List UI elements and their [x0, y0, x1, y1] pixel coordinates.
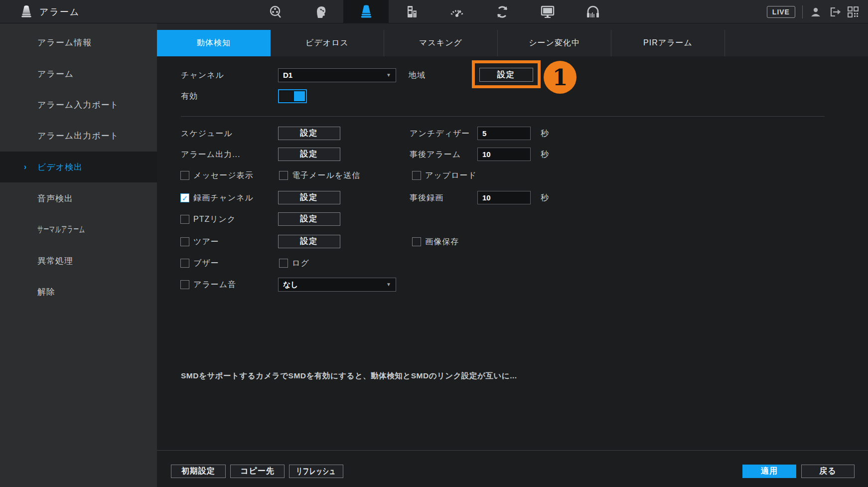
- post-record-unit: 秒: [541, 191, 549, 205]
- ptz-link-label: PTZリンク: [193, 212, 236, 226]
- tour-label: ツアー: [193, 235, 219, 249]
- log-checkbox[interactable]: [279, 259, 288, 268]
- alarm-tone-checkbox[interactable]: [180, 280, 189, 289]
- tab-bar: 動体検知 ビデオロス マスキング シーン変化中 PIRアラーム: [157, 23, 868, 56]
- alarm-tone-label: アラーム音: [193, 278, 236, 292]
- show-message-label: メッセージ表示: [193, 168, 254, 182]
- post-record-label: 事後録画: [410, 191, 443, 205]
- sidebar-item-alarm-in-port[interactable]: アラーム入力ポート: [0, 89, 157, 120]
- nav-maintenance-icon[interactable]: [434, 0, 479, 23]
- toggle-off-half: [280, 91, 293, 101]
- sidebar-item-alarm-out-port[interactable]: アラーム出力ポート: [0, 120, 157, 151]
- section-divider: [181, 116, 825, 117]
- tour-set-button[interactable]: 設定: [278, 235, 340, 248]
- nav-alarm-icon[interactable]: [343, 0, 389, 23]
- save-picture-checkbox[interactable]: [412, 237, 421, 246]
- chevron-right-icon: ›: [24, 162, 26, 171]
- region-set-button[interactable]: 設定: [479, 68, 533, 82]
- anti-dither-input[interactable]: 5: [477, 127, 531, 140]
- sidebar-item-thermal-alarm[interactable]: サーマルアラーム: [0, 214, 157, 245]
- sidebar-item-exception[interactable]: 異常処理: [0, 245, 157, 276]
- sidebar-item-disarm[interactable]: 解除: [0, 276, 157, 307]
- logout-icon[interactable]: ▾: [829, 6, 840, 18]
- tour-checkbox[interactable]: [180, 237, 189, 246]
- nav-display-icon[interactable]: [525, 0, 570, 23]
- schedule-set-button[interactable]: 設定: [278, 127, 340, 140]
- anti-dither-unit: 秒: [541, 127, 549, 141]
- toggle-on-half: [294, 91, 305, 101]
- buzzer-label: ブザー: [193, 256, 219, 270]
- sidebar-item-video-detection[interactable]: › ビデオ検出: [0, 152, 157, 182]
- anti-dither-label: アンチディザー: [410, 127, 470, 141]
- post-alarm-unit: 秒: [541, 148, 549, 162]
- sidebar-item-audio-detection[interactable]: 音声検出: [0, 183, 157, 214]
- logout-caret-icon: ▾: [838, 9, 840, 14]
- alarm-siren-icon: [20, 5, 33, 19]
- enable-label: 有効: [181, 89, 198, 103]
- sidebar-item-alarm-info[interactable]: アラーム情報: [0, 27, 157, 58]
- tab-scene-change[interactable]: シーン変化中: [498, 30, 611, 56]
- alarm-tone-select[interactable]: なし ▼: [278, 278, 396, 292]
- record-channel-set-button[interactable]: 設定: [278, 191, 340, 204]
- alarm-out-label: アラーム出力...: [181, 148, 240, 162]
- send-email-label: 電子メールを送信: [292, 168, 360, 182]
- copy-to-button[interactable]: コピー先: [230, 465, 285, 478]
- channel-select[interactable]: D1 ▼: [278, 68, 396, 82]
- annotation-number-1: 1: [544, 61, 577, 94]
- topbar-divider: [802, 5, 803, 18]
- send-email-checkbox[interactable]: [279, 171, 288, 180]
- record-channel-checkbox[interactable]: ✓: [180, 193, 189, 202]
- main-panel: 動体検知 ビデオロス マスキング シーン変化中 PIRアラーム チャンネル D1…: [157, 23, 868, 487]
- upload-checkbox[interactable]: [412, 171, 421, 180]
- top-bar: アラーム: [0, 0, 868, 23]
- footer-divider: [157, 450, 868, 451]
- ptz-link-set-button[interactable]: 設定: [278, 212, 340, 226]
- default-button[interactable]: 初期設定: [171, 465, 226, 478]
- upload-label: アップロード: [425, 168, 477, 182]
- ptz-link-checkbox[interactable]: [180, 215, 189, 224]
- log-label: ログ: [292, 256, 309, 270]
- sidebar-item-alarm[interactable]: アラーム: [0, 58, 157, 89]
- nav-backup-icon[interactable]: [479, 0, 525, 23]
- refresh-button[interactable]: リフレッシュ: [289, 465, 343, 478]
- tab-pir-alarm[interactable]: PIRアラーム: [611, 30, 725, 56]
- alarm-out-set-button[interactable]: 設定: [278, 148, 340, 161]
- post-alarm-label: 事後アラーム: [410, 148, 461, 162]
- sidebar: アラーム情報 アラーム アラーム入力ポート アラーム出力ポート › ビデオ検出 …: [0, 23, 157, 487]
- smd-note: SMDをサポートするカメラでSMDを有効にすると、動体検知とSMDのリンク設定が…: [181, 371, 517, 381]
- nav-audio-icon[interactable]: [570, 0, 615, 23]
- tab-motion-detection[interactable]: 動体検知: [157, 30, 271, 56]
- tab-video-loss[interactable]: ビデオロス: [271, 30, 384, 56]
- user-icon[interactable]: [810, 6, 822, 18]
- buzzer-checkbox[interactable]: [180, 259, 189, 268]
- post-alarm-input[interactable]: 10: [477, 148, 531, 161]
- channel-label: チャンネル: [181, 68, 224, 82]
- nav-playback-search-icon[interactable]: [253, 0, 298, 23]
- show-message-checkbox[interactable]: [180, 171, 189, 180]
- tab-masking[interactable]: マスキング: [384, 30, 498, 56]
- nav-ai-icon[interactable]: [298, 0, 343, 23]
- chevron-down-icon: ▼: [386, 278, 391, 291]
- enable-toggle[interactable]: [278, 89, 307, 103]
- live-button[interactable]: LIVE: [767, 6, 795, 18]
- page-title: アラーム: [39, 6, 80, 18]
- post-record-input[interactable]: 10: [477, 191, 531, 204]
- back-button[interactable]: 戻る: [801, 465, 855, 478]
- qr-code-icon[interactable]: [847, 6, 859, 18]
- save-picture-label: 画像保存: [425, 235, 459, 249]
- apply-button[interactable]: 適用: [742, 465, 796, 478]
- region-label: 地域: [409, 68, 426, 82]
- chevron-down-icon: ▼: [386, 69, 391, 82]
- nav-pos-icon[interactable]: [389, 0, 434, 23]
- record-channel-label: 録画チャンネル: [193, 191, 254, 205]
- schedule-label: スケジュール: [181, 127, 233, 141]
